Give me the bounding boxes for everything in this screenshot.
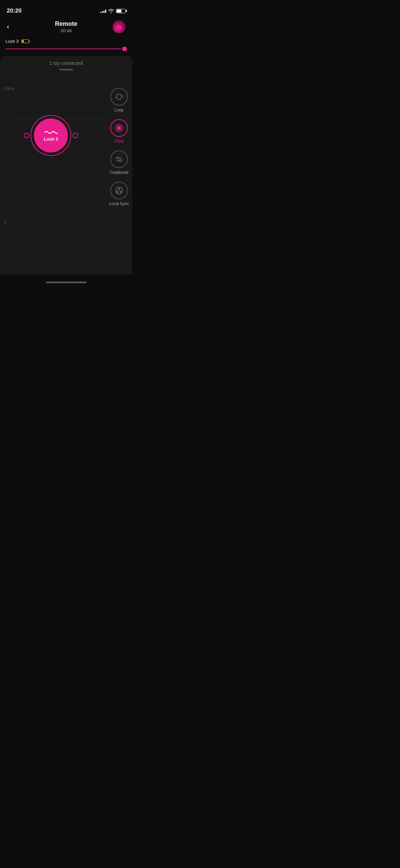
status-time: 20:20 xyxy=(7,7,21,14)
svg-line-13 xyxy=(119,190,120,192)
local-sync-control[interactable]: Local Sync xyxy=(109,182,129,206)
local-sync-circle[interactable] xyxy=(110,182,128,199)
svg-line-12 xyxy=(118,190,119,192)
wave-icon xyxy=(44,130,58,135)
header-center: Remote 00:48 xyxy=(55,20,77,33)
device-info-row: Lush 3 xyxy=(0,37,132,46)
connected-toy-text: 1 toy connected xyxy=(50,60,83,66)
float-icon xyxy=(115,124,123,132)
y-label-100: 100% xyxy=(4,87,15,91)
svg-point-9 xyxy=(118,188,120,190)
svg-point-3 xyxy=(117,126,121,130)
float-label: Float xyxy=(114,139,123,144)
drag-handle[interactable] xyxy=(59,69,73,70)
traditional-icon xyxy=(115,155,123,164)
slider-thumb[interactable] xyxy=(122,47,127,51)
svg-point-1 xyxy=(117,25,121,29)
grid-line-5 xyxy=(14,200,105,200)
device-name: Lush 3 xyxy=(5,39,19,44)
device-circle-inner[interactable]: Lush 3 xyxy=(34,119,68,152)
traditional-circle[interactable] xyxy=(110,150,128,168)
loop-icon xyxy=(115,92,123,101)
device-handle-left[interactable] xyxy=(24,133,29,138)
device-circle-container[interactable]: Lush 3 xyxy=(31,115,71,156)
loop-circle[interactable] xyxy=(110,88,128,106)
back-button[interactable]: ‹ xyxy=(7,22,9,31)
intensity-slider-area[interactable] xyxy=(0,46,132,55)
traditional-label: Traditional xyxy=(110,170,129,175)
loop-label: Loop xyxy=(114,108,123,112)
slider-track[interactable] xyxy=(5,49,127,49)
float-circle[interactable] xyxy=(110,119,128,137)
local-sync-icon xyxy=(115,186,123,195)
page-title: Remote xyxy=(55,20,77,28)
slider-fill xyxy=(5,49,121,49)
avatar[interactable] xyxy=(113,20,126,33)
grid-line-6 xyxy=(14,225,105,226)
device-handle-right[interactable] xyxy=(73,133,78,138)
home-indicator xyxy=(46,282,87,283)
right-controls: Loop Float xyxy=(109,88,129,206)
device-circle-outer[interactable]: Lush 3 xyxy=(31,115,71,156)
connected-toy-bar: 1 toy connected xyxy=(0,56,132,74)
local-sync-label: Local Sync xyxy=(109,201,129,206)
wifi-icon xyxy=(108,9,114,13)
svg-point-7 xyxy=(119,160,121,162)
traditional-control[interactable]: Traditional xyxy=(110,150,129,175)
status-icons xyxy=(100,9,126,13)
battery-icon xyxy=(116,9,126,13)
status-bar: 20:20 xyxy=(0,0,132,17)
canvas-area[interactable]: 100% 0 Lush 3 xyxy=(0,74,132,271)
session-time: 00:48 xyxy=(55,28,77,33)
loop-control[interactable]: Loop xyxy=(110,88,128,112)
grid-line-4 xyxy=(14,173,105,173)
device-circle-label: Lush 3 xyxy=(44,137,58,142)
float-control[interactable]: Float xyxy=(110,119,128,144)
main-panel: 1 toy connected 100% 0 Lush 3 xyxy=(0,56,132,275)
y-label-0: 0 xyxy=(4,220,6,225)
svg-point-5 xyxy=(117,157,119,159)
signal-icon xyxy=(100,9,106,13)
device-battery-icon xyxy=(21,39,29,43)
header: ‹ Remote 00:48 xyxy=(0,17,132,37)
grid-line-1 xyxy=(14,91,105,92)
